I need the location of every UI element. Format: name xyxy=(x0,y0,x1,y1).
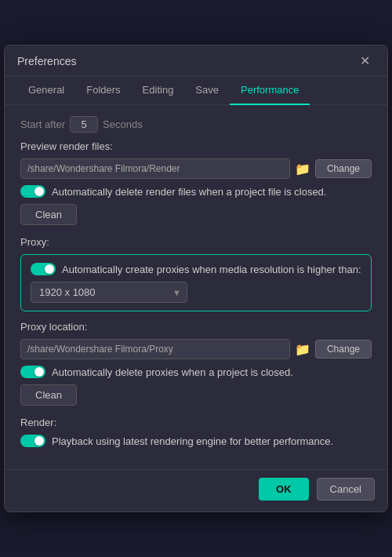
preview-render-label: Preview render files: xyxy=(20,140,372,152)
preview-folder-icon[interactable]: 📁 xyxy=(295,162,310,177)
tab-folders[interactable]: Folders xyxy=(75,76,131,105)
playback-toggle[interactable] xyxy=(20,435,45,447)
auto-delete-proxy-row: Automatically delete proxies when a proj… xyxy=(20,366,372,378)
auto-proxy-label: Automatically create proxies when media … xyxy=(62,264,361,275)
preview-render-path: /share/Wondershare Filmora/Render xyxy=(20,158,290,179)
tab-general[interactable]: General xyxy=(17,76,75,105)
proxy-box: Automatically create proxies when media … xyxy=(20,254,372,311)
auto-proxy-toggle[interactable] xyxy=(31,263,56,275)
resolution-select-wrapper: 1920 x 1080 3840 x 2160 1280 x 720 ▼ xyxy=(31,282,187,303)
proxy-path: /share/Wondershare Filmora/Proxy xyxy=(20,339,290,359)
auto-delete-render-toggle[interactable] xyxy=(20,185,45,198)
seconds-label: Seconds xyxy=(103,118,143,130)
start-after-label: Start after xyxy=(20,118,65,130)
auto-delete-render-label: Automatically delete render files when a… xyxy=(52,186,326,198)
title-bar: Preferences ✕ xyxy=(5,46,387,76)
proxy-location-label: Proxy location: xyxy=(20,321,372,333)
close-button[interactable]: ✕ xyxy=(355,53,375,69)
proxy-toggle-thumb xyxy=(45,264,54,274)
playback-toggle-thumb xyxy=(34,436,44,446)
render-label: Render: xyxy=(20,417,372,428)
performance-content: Start after Seconds Preview render files… xyxy=(5,105,387,466)
auto-delete-render-row: Automatically delete render files when a… xyxy=(20,185,372,198)
auto-delete-proxy-label: Automatically delete proxies when a proj… xyxy=(52,366,293,378)
playback-toggle-row: Playback using latest rendering engine f… xyxy=(20,435,372,447)
preview-path-row: /share/Wondershare Filmora/Render 📁 Chan… xyxy=(20,158,372,179)
start-after-row: Start after Seconds xyxy=(20,116,372,133)
dialog-title: Preferences xyxy=(17,55,76,67)
preview-change-button[interactable]: Change xyxy=(315,159,372,178)
start-after-input[interactable] xyxy=(70,116,98,133)
tab-performance[interactable]: Performance xyxy=(230,76,310,105)
tab-save[interactable]: Save xyxy=(184,76,230,105)
proxy-section-label: Proxy: xyxy=(20,236,372,248)
proxy-folder-icon[interactable]: 📁 xyxy=(295,342,310,357)
playback-label: Playback using latest rendering engine f… xyxy=(52,435,333,447)
ok-button[interactable]: OK xyxy=(259,478,309,501)
tabs-bar: General Folders Editing Save Performance xyxy=(5,76,387,105)
dialog-footer: OK Cancel xyxy=(5,469,387,511)
tab-editing[interactable]: Editing xyxy=(132,76,185,105)
clean-proxy-button[interactable]: Clean xyxy=(20,384,77,406)
resolution-row: 1920 x 1080 3840 x 2160 1280 x 720 ▼ xyxy=(31,282,361,303)
auto-proxy-row: Automatically create proxies when media … xyxy=(31,263,361,275)
toggle-thumb xyxy=(34,187,44,196)
auto-delete-proxy-toggle[interactable] xyxy=(20,366,45,378)
render-section: Render: Playback using latest rendering … xyxy=(20,417,372,447)
proxy-change-button[interactable]: Change xyxy=(315,340,372,359)
proxy-delete-toggle-thumb xyxy=(34,367,44,377)
clean-render-button[interactable]: Clean xyxy=(20,204,77,225)
preferences-dialog: Preferences ✕ General Folders Editing Sa… xyxy=(4,45,388,512)
cancel-button[interactable]: Cancel xyxy=(317,478,375,501)
resolution-select[interactable]: 1920 x 1080 3840 x 2160 1280 x 720 xyxy=(31,282,187,303)
proxy-path-row: /share/Wondershare Filmora/Proxy 📁 Chang… xyxy=(20,339,372,359)
